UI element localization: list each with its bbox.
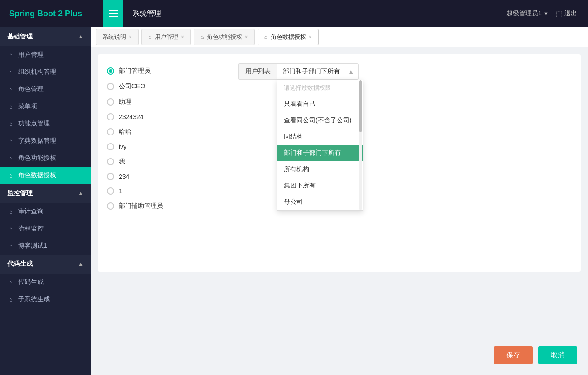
dropdown-item-dept-all[interactable]: 部门和子部门下所有 [277,145,363,161]
sidebar-item-role-func[interactable]: ⌂ 角色功能授权 [0,149,91,167]
sidebar-item-audit[interactable]: ⌂ 审计查询 [0,203,91,220]
sidebar-item-user-mgmt[interactable]: ⌂ 用户管理 [0,46,91,63]
radio-circle-dept-mgr [107,67,114,75]
home-icon: ⌂ [7,154,15,162]
app-logo: Spring Boot 2 Plus [0,9,103,19]
radio-me[interactable]: 我 [107,158,234,166]
dropdown-item-same-struct[interactable]: 同结构 [277,129,363,145]
radio-assistant[interactable]: 助理 [107,98,234,106]
home-icon: ⌂ [7,68,15,76]
radio-circle-me [107,158,114,165]
radio-label-ceo: 公司CEO [119,82,145,91]
radio-dept-assist[interactable]: 部门辅助管理员 [107,202,234,210]
radio-circle-ceo [107,83,114,90]
home-icon: ⌂ [7,242,15,250]
radio-label-haha: 哈哈 [119,128,131,136]
menu-toggle-button[interactable] [103,0,123,27]
user-list-select-wrapper: 部门和子部门下所有 ▲ 请选择放数据权限 只看看自己 查看同公司(不含子公司) … [277,63,359,80]
radio-label-dept-assist: 部门辅助管理员 [119,202,163,210]
radio-234[interactable]: 234 [107,173,234,180]
user-list-section: 用户列表 部门和子部门下所有 ▲ 请选择放数据权限 只看看自己 查看同公司(不含… [238,63,359,80]
sidebar-item-func-mgmt[interactable]: ⌂ 功能点管理 [0,115,91,132]
tab-home-icon: ⌂ [200,34,204,40]
radio-circle-dept-assist [107,202,114,210]
radio-ceo[interactable]: 公司CEO [107,82,234,91]
user-list-select[interactable]: 部门和子部门下所有 [277,63,359,80]
tab-sys-desc[interactable]: 系统说明 × [96,29,139,45]
dropdown-item-all-org[interactable]: 所有机构 [277,161,363,178]
radio-label-assistant: 助理 [119,98,131,106]
main-content: 系统说明 × ⌂ 用户管理 × ⌂ 角色功能授权 × ⌂ 角色数据授权 × [91,27,588,375]
header-user[interactable]: 超级管理员1 ▼ [506,10,549,18]
header: Spring Boot 2 Plus 系统管理 超级管理员1 ▼ ⬚ 退出 [0,0,588,27]
dropdown-item-parent-company[interactable]: 母公司 [277,194,363,210]
sidebar-item-sub-sys[interactable]: ⌂ 子系统生成 [0,291,91,308]
sidebar-group-basic[interactable]: 基础管理 ▲ [0,27,91,46]
header-right: 超级管理员1 ▼ ⬚ 退出 [506,10,588,18]
sidebar-item-label: 用户管理 [18,51,44,59]
tab-user-mgmt[interactable]: ⌂ 用户管理 × [141,29,191,45]
tab-close-icon[interactable]: × [309,34,312,40]
page-body: 部门管理员 公司CEO 助理 2324324 [91,47,588,375]
sidebar-item-flow[interactable]: ⌂ 流程监控 [0,220,91,237]
sidebar-group-codegen[interactable]: 代码生成 ▲ [0,255,91,274]
home-icon: ⌂ [7,137,15,144]
radio-circle-haha [107,128,114,135]
sidebar-item-label: 审计查询 [18,207,44,216]
dropdown-scrollbar-thumb [359,80,362,132]
home-icon: ⌂ [7,225,15,232]
sidebar-item-label: 角色管理 [18,85,44,93]
radio-circle-1 [107,188,114,195]
sidebar-item-label: 字典数据管理 [18,137,56,145]
sidebar: 基础管理 ▲ ⌂ 用户管理 ⌂ 组织机构管理 ⌂ 角色管理 ⌂ 菜单项 ⌂ 功能… [0,27,91,375]
tab-label: 角色功能授权 [207,33,242,41]
sidebar-item-label: 角色功能授权 [18,154,56,162]
tab-role-data[interactable]: ⌂ 角色数据授权 × [258,29,319,45]
sidebar-item-role-data[interactable]: ⌂ 角色数据授权 [0,167,91,184]
sidebar-item-code-gen[interactable]: ⌂ 代码生成 [0,274,91,291]
home-icon: ⌂ [7,103,15,110]
radio-ivy[interactable]: ivy [107,143,234,150]
sidebar-group-codegen-arrow: ▲ [78,261,83,267]
tab-label: 用户管理 [155,33,178,41]
user-list-label: 用户列表 [238,63,277,80]
user-name-label: 超级管理员1 [506,10,542,18]
sidebar-item-org-mgmt[interactable]: ⌂ 组织机构管理 [0,63,91,81]
logout-button[interactable]: ⬚ 退出 [556,10,577,18]
sidebar-item-label: 角色数据授权 [18,171,56,179]
radio-2324324[interactable]: 2324324 [107,113,234,120]
logout-label: 退出 [564,10,577,18]
radio-dept-mgr[interactable]: 部门管理员 [107,67,234,75]
tab-close-icon[interactable]: × [181,34,184,40]
dropdown-item-group-all[interactable]: 集团下所有 [277,178,363,194]
tab-role-func[interactable]: ⌂ 角色功能授权 × [194,29,255,45]
dropdown-item-self[interactable]: 只看看自己 [277,96,363,112]
sidebar-item-test1[interactable]: ⌂ 博客测试1 [0,237,91,255]
tab-close-icon[interactable]: × [245,34,248,40]
role-list: 部门管理员 公司CEO 助理 2324324 [107,63,234,210]
sidebar-group-codegen-label: 代码生成 [7,260,33,268]
content-card: 部门管理员 公司CEO 助理 2324324 [98,54,581,272]
radio-label-1: 1 [119,188,122,195]
sidebar-item-dict-mgmt[interactable]: ⌂ 字典数据管理 [0,132,91,149]
sidebar-item-label: 组织机构管理 [18,68,56,76]
dropdown-scrollbar[interactable] [359,80,362,210]
dropdown-item-same-company[interactable]: 查看同公司(不含子公司) [277,112,363,129]
radio-1[interactable]: 1 [107,188,234,195]
sidebar-group-monitor[interactable]: 监控管理 ▲ [0,184,91,203]
sidebar-item-menu-mgmt[interactable]: ⌂ 菜单项 [0,98,91,115]
selected-value: 部门和子部门下所有 [283,67,340,76]
sidebar-item-label: 功能点管理 [18,120,50,128]
tab-close-icon[interactable]: × [129,34,132,40]
sidebar-item-label: 菜单项 [18,102,37,111]
hamburger-icon [109,9,118,19]
sidebar-group-monitor-arrow: ▲ [78,190,83,197]
cancel-button[interactable]: 取消 [538,346,577,364]
sidebar-item-role-mgmt[interactable]: ⌂ 角色管理 [0,81,91,98]
save-button[interactable]: 保存 [494,346,533,364]
home-icon: ⌂ [7,172,15,179]
home-icon: ⌂ [7,51,15,58]
radio-label-dept-mgr: 部门管理员 [119,67,151,75]
radio-haha[interactable]: 哈哈 [107,128,234,136]
radio-circle-234 [107,173,114,180]
